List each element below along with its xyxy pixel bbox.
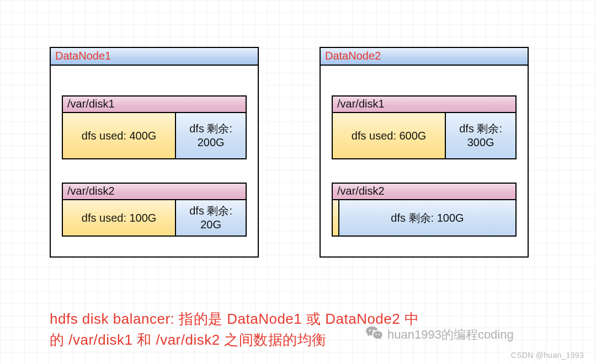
datanode-2-disk-2-free: dfs 剩余: 100G (339, 200, 515, 235)
datanode-1-title: DataNode1 (51, 48, 258, 66)
caption: hdfs disk balancer: 指的是 DataNode1 或 Data… (50, 309, 574, 350)
datanode-2-disk-1-path: /var/disk1 (333, 97, 515, 113)
caption-line-1: hdfs disk balancer: 指的是 DataNode1 或 Data… (50, 311, 419, 327)
datanode-2-disk-2-used (333, 200, 339, 235)
datanode-1-disk-2-path: /var/disk2 (63, 184, 246, 200)
datanode-1-disk-2-body: dfs used: 100G dfs 剩余: 20G (63, 200, 246, 235)
csdn-watermark: CSDN @huan_1993 (511, 351, 584, 360)
datanode-1-disk-1-body: dfs used: 400G dfs 剩余: 200G (63, 113, 246, 158)
datanode-2-disk-1-used: dfs used: 600G (333, 113, 446, 158)
datanode-2-disk-2: /var/disk2 dfs 剩余: 100G (332, 183, 517, 237)
datanodes-row: DataNode1 /var/disk1 dfs used: 400G dfs … (0, 0, 596, 258)
datanode-2-disk-1: /var/disk1 dfs used: 600G dfs 剩余: 300G (332, 95, 517, 159)
datanode-1-disk-2: /var/disk2 dfs used: 100G dfs 剩余: 20G (62, 183, 247, 237)
datanode-2-disk-1-body: dfs used: 600G dfs 剩余: 300G (333, 113, 515, 158)
datanode-1-disk-2-used: dfs used: 100G (63, 200, 176, 235)
datanode-1: DataNode1 /var/disk1 dfs used: 400G dfs … (50, 47, 259, 258)
datanode-1-disk-2-free: dfs 剩余: 20G (176, 200, 246, 235)
datanode-2-disk-2-body: dfs 剩余: 100G (333, 200, 515, 235)
datanode-2-disk-1-free: dfs 剩余: 300G (446, 113, 515, 158)
caption-line-2: 的 /var/disk1 和 /var/disk2 之间数据的均衡 (50, 331, 327, 348)
datanode-2-disk-2-path: /var/disk2 (333, 184, 515, 200)
datanode-1-disk-1-path: /var/disk1 (63, 97, 246, 113)
datanode-2-body: /var/disk1 dfs used: 600G dfs 剩余: 300G /… (321, 66, 528, 256)
datanode-1-body: /var/disk1 dfs used: 400G dfs 剩余: 200G /… (51, 66, 258, 256)
datanode-1-disk-1: /var/disk1 dfs used: 400G dfs 剩余: 200G (62, 95, 247, 159)
datanode-1-disk-1-free: dfs 剩余: 200G (176, 113, 246, 158)
datanode-2-title: DataNode2 (321, 48, 528, 66)
datanode-1-disk-1-used: dfs used: 400G (63, 113, 176, 158)
datanode-2: DataNode2 /var/disk1 dfs used: 600G dfs … (320, 47, 529, 258)
